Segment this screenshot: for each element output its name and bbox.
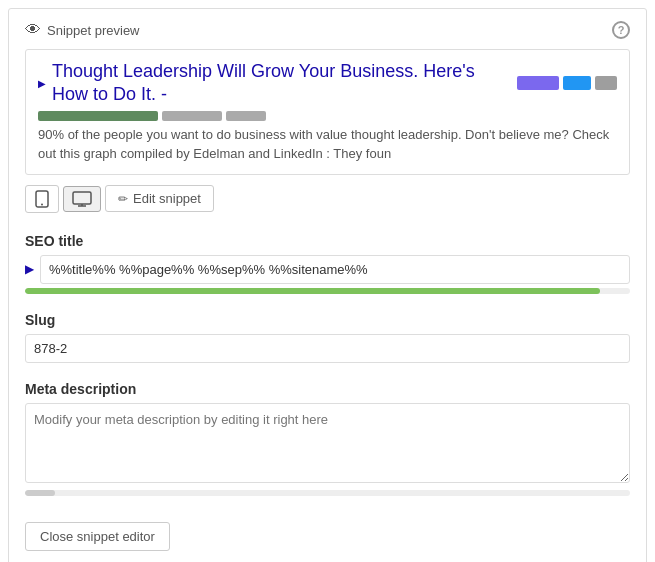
url-block-2 [162, 111, 222, 121]
eye-icon: 👁 [25, 21, 41, 39]
meta-description-progress-bar [25, 490, 55, 496]
slug-input[interactable] [25, 334, 630, 363]
color-block-3 [595, 76, 617, 90]
triangle-icon: ▶ [38, 78, 46, 89]
seo-title-label: SEO title [25, 233, 630, 249]
seo-title-progress-bar [25, 288, 600, 294]
help-icon[interactable]: ? [612, 21, 630, 39]
desktop-device-button[interactable] [63, 186, 101, 212]
meta-description-label: Meta description [25, 381, 630, 397]
seo-title-input[interactable] [40, 255, 630, 284]
snippet-box: ▶ Thought Leadership Will Grow Your Busi… [25, 49, 630, 175]
meta-description-textarea[interactable] [25, 403, 630, 483]
color-block-2 [563, 76, 591, 90]
url-block-3 [226, 111, 266, 121]
slug-section: Slug [25, 312, 630, 363]
close-snippet-editor-button[interactable]: Close snippet editor [25, 522, 170, 551]
snippet-url-row [38, 111, 617, 121]
seo-title-arrow: ▶ [25, 262, 34, 276]
slug-label: Slug [25, 312, 630, 328]
snippet-title: Thought Leadership Will Grow Your Busine… [52, 60, 507, 107]
snippet-description: 90% of the people you want to do busines… [38, 125, 617, 164]
svg-point-1 [41, 203, 43, 205]
pencil-icon: ✏ [118, 192, 128, 206]
meta-description-section: Meta description [25, 381, 630, 496]
url-block-1 [38, 111, 158, 121]
seo-title-section: SEO title ▶ [25, 233, 630, 294]
edit-snippet-button[interactable]: ✏ Edit snippet [105, 185, 214, 212]
device-buttons: ✏ Edit snippet [25, 185, 630, 213]
meta-description-progress-container [25, 490, 630, 496]
seo-title-progress-container [25, 288, 630, 294]
mobile-device-button[interactable] [25, 185, 59, 213]
svg-rect-2 [73, 192, 91, 204]
snippet-preview-label: Snippet preview [47, 23, 140, 38]
color-block-1 [517, 76, 559, 90]
snippet-preview-header: 👁 Snippet preview ? [25, 21, 630, 39]
